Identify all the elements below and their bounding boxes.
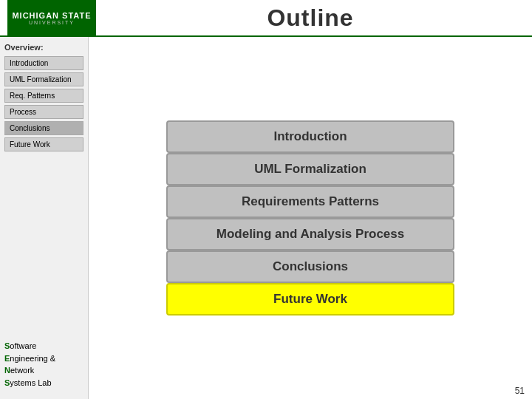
sidebar-item-req-patterns[interactable]: Req. Patterns: [4, 89, 83, 103]
sidebar-item-conclusions[interactable]: Conclusions: [4, 121, 83, 135]
logo-line1: MICHIGAN STATE: [12, 11, 91, 20]
sens-r4: ystems Lab: [10, 378, 51, 387]
main-layout: Overview: Introduction UML Formalization…: [0, 37, 532, 399]
sidebar-bottom: Software Engineering & Network Systems L…: [4, 335, 83, 393]
sidebar-item-process[interactable]: Process: [4, 105, 83, 119]
sidebar-item-introduction[interactable]: Introduction: [4, 56, 83, 70]
header: MICHIGAN STATE UNIVERSITY Outline: [0, 0, 532, 37]
logo: MICHIGAN STATE UNIVERSITY: [7, 0, 96, 36]
sens-r1: oftware: [10, 341, 36, 350]
sidebar-item-uml[interactable]: UML Formalization: [4, 72, 83, 86]
outline-item-req-patterns: Requirements Patterns: [166, 185, 454, 218]
page-title: Outline: [96, 4, 525, 32]
outline-item-conclusions: Conclusions: [166, 250, 454, 283]
content-area: Introduction UML Formalization Requireme…: [89, 37, 532, 399]
page-number: 51: [515, 386, 525, 396]
sens-r3: etwork: [10, 366, 34, 375]
sidebar-overview-label: Overview:: [4, 43, 83, 52]
sens-n1: N: [4, 366, 10, 375]
sens-r2: ngineering &: [10, 354, 55, 363]
outline-item-future-work: Future Work: [166, 283, 454, 316]
outline-item-introduction: Introduction: [166, 120, 454, 153]
sidebar: Overview: Introduction UML Formalization…: [0, 37, 89, 399]
sidebar-item-future-work[interactable]: Future Work: [4, 137, 83, 151]
outline-item-uml: UML Formalization: [166, 153, 454, 185]
logo-line2: UNIVERSITY: [29, 20, 75, 25]
outline-item-modeling: Modeling and Analysis Process: [166, 218, 454, 250]
sens-label: Software Engineering & Network Systems L…: [4, 340, 83, 389]
